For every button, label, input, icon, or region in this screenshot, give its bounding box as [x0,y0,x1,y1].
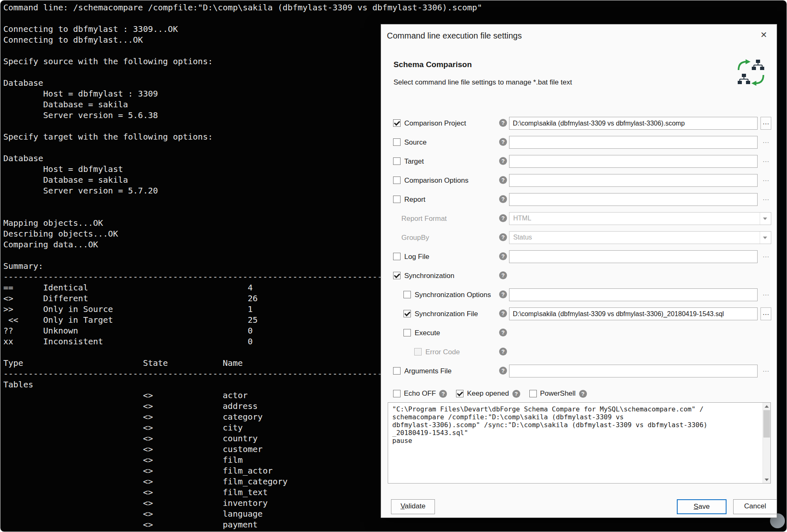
browse-button[interactable]: … [760,307,771,320]
form-row-synchronization: Synchronization ? [381,266,777,285]
synchronization-checkbox[interactable] [393,272,401,279]
screen: Command line: /schemacompare /compfile:"… [0,0,787,532]
form-row-synchronization-options: Synchronization Options ? … [381,285,777,304]
schema-sync-icon [736,59,766,86]
browse-button[interactable]: … [760,136,771,149]
help-icon[interactable]: ? [579,390,587,398]
chevron-down-icon [760,232,771,244]
target-checkbox[interactable] [393,157,401,165]
source-label: Source [404,138,427,147]
command-line-settings-dialog: Command line execution file settings ✕ S… [381,24,777,518]
help-icon[interactable]: ? [499,119,507,127]
execute-label: Execute [415,329,440,337]
help-icon[interactable]: ? [512,390,520,398]
browse-button[interactable]: … [760,174,771,187]
powershell-option: PowerShell ? [529,389,587,398]
form-row-groupby: GroupBy ? Status [381,228,777,247]
synchronization-options-input[interactable] [509,288,758,301]
arguments-file-input[interactable] [509,365,758,377]
report-label: Report [404,196,425,204]
help-icon[interactable]: ? [499,252,507,260]
scrollbar-thumb[interactable] [763,410,770,438]
echo-off-label: Echo OFF [404,389,436,398]
target-label: Target [404,157,424,166]
report-format-dropdown: HTML [509,212,771,225]
browse-button[interactable]: … [760,117,771,130]
browse-button[interactable]: … [760,250,771,263]
echo-off-checkbox[interactable] [393,390,401,397]
error-code-label: Error Code [425,348,460,356]
form-row-comparison-project: Comparison Project ? … [381,114,777,133]
batch-text: "C:\Program Files\Devart\dbForge Schema … [388,403,770,447]
close-icon[interactable]: ✕ [758,29,770,41]
synchronization-options-checkbox[interactable] [403,291,411,298]
comparison-options-checkbox[interactable] [393,177,401,184]
save-button[interactable]: Save [677,499,727,514]
help-icon[interactable]: ? [499,310,507,317]
error-code-checkbox [414,348,422,355]
batch-text-area[interactable]: "C:\Program Files\Devart\dbForge Schema … [388,402,771,484]
report-checkbox[interactable] [393,196,401,203]
help-icon[interactable]: ? [499,329,507,336]
groupby-value: Status [513,234,532,241]
validate-button[interactable]: Validate [391,499,435,514]
browse-button[interactable]: … [760,155,771,168]
form-row-log-file: Log File ? … [381,247,777,266]
report-format-value: HTML [513,215,531,222]
log-file-label: Log File [404,253,429,261]
validate-button-label: Validate [401,500,425,513]
source-input[interactable] [509,136,758,149]
form-row-execute: Execute ? [381,323,777,342]
help-icon[interactable]: ? [499,290,507,298]
log-file-checkbox[interactable] [393,253,401,260]
help-icon[interactable]: ? [499,195,507,203]
help-icon[interactable]: ? [499,367,507,375]
help-icon[interactable]: ? [499,348,507,355]
form-row-report: Report ? … [381,190,777,209]
wizard-step-subtitle: Select command line file settings to man… [394,78,572,87]
cancel-button[interactable]: Cancel [733,499,777,514]
help-icon[interactable]: ? [499,271,507,279]
target-input[interactable] [509,155,758,168]
synchronization-file-input[interactable] [509,307,758,320]
synchronization-file-checkbox[interactable] [403,310,411,317]
groupby-dropdown: Status [509,231,771,244]
help-icon[interactable]: ? [499,214,507,222]
form-row-report-format: Report Format ? HTML [381,209,777,228]
wizard-step-title: Schema Comparison [394,60,472,69]
help-icon[interactable]: ? [439,390,447,398]
scroll-down-icon[interactable] [763,476,770,483]
scrollbar[interactable] [763,403,770,483]
keep-opened-checkbox[interactable] [456,390,464,397]
chevron-down-icon [760,213,771,225]
source-checkbox[interactable] [393,138,401,146]
cancel-button-label: Cancel [744,502,766,510]
log-file-input[interactable] [509,250,758,263]
arguments-file-checkbox[interactable] [393,367,401,375]
help-icon[interactable]: ? [499,176,507,184]
browse-button[interactable]: … [760,288,771,301]
comparison-options-label: Comparison Options [404,177,468,185]
execute-checkbox[interactable] [403,329,411,336]
comparison-project-input[interactable] [509,117,758,130]
help-icon[interactable]: ? [499,157,507,165]
comparison-options-input[interactable] [509,174,758,187]
keep-opened-label: Keep opened [467,389,509,398]
comparison-project-checkbox[interactable] [393,119,401,127]
settings-form: Comparison Project ? … Source ? … Target… [381,114,777,380]
form-row-arguments-file: Arguments File ? … [381,361,777,380]
help-icon[interactable]: ? [499,138,507,146]
synchronization-label: Synchronization [404,272,454,280]
scroll-up-icon[interactable] [763,403,770,410]
synchronization-options-label: Synchronization Options [415,291,491,299]
browse-button[interactable]: … [760,365,771,377]
powershell-checkbox[interactable] [529,390,537,397]
form-row-source: Source ? … [381,133,777,152]
batch-options-row: Echo OFF ? Keep opened ? PowerShell ? [393,387,596,401]
report-input[interactable] [509,193,758,206]
save-button-label: Save [694,500,710,513]
powershell-label: PowerShell [540,389,576,398]
browse-button[interactable]: … [760,193,771,206]
comparison-project-label: Comparison Project [404,119,466,128]
help-icon[interactable]: ? [499,233,507,241]
